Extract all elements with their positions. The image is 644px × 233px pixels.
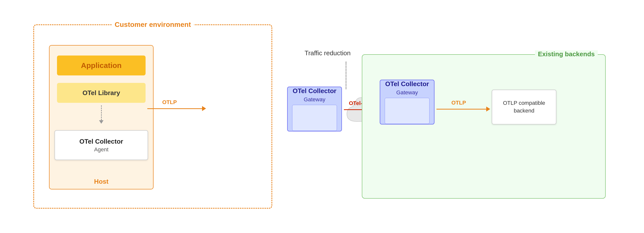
diagram-container: Customer environment Host Application OT…: [24, 14, 620, 218]
application-label: Application: [81, 61, 122, 70]
gateway-2-subtitle: Gateway: [396, 89, 418, 96]
otel-collector-agent-box: OTel Collector Agent: [54, 130, 148, 160]
otlp-label-1: OTLP: [162, 99, 177, 106]
gateway-2-title: OTel Collector: [385, 80, 429, 88]
customer-environment-box: Customer environment Host Application OT…: [33, 24, 272, 208]
backend-label: OTLP compatible backend: [503, 99, 545, 115]
gateway-box-2: OTel Collector Gateway: [380, 80, 434, 124]
dashed-line: [101, 105, 102, 120]
traffic-reduction-dotted-line: [346, 62, 346, 89]
arrow-head-down: [99, 120, 104, 124]
backend-box: OTLP compatible backend: [492, 90, 556, 124]
existing-backends-box: Existing backends OTel Collector Gateway…: [362, 54, 606, 199]
dashed-down-arrow: [99, 105, 104, 124]
traffic-reduction-label: Traffic reduction: [304, 49, 350, 57]
gateway-1-subtitle: Gateway: [304, 96, 326, 103]
host-box: Host Application OTel Library OTel Colle…: [49, 45, 154, 190]
gateway-1-inner: [292, 105, 337, 131]
otlp-arrow-1: OTLP: [147, 106, 206, 111]
gateway-2-inner: [385, 98, 430, 124]
otlp-line-2: [436, 109, 486, 110]
otel-library-box: OTel Library: [57, 83, 146, 103]
otlp-arrow-2: OTLP: [436, 106, 490, 112]
agent-subtitle: Agent: [94, 146, 108, 153]
existing-backends-label: Existing backends: [535, 50, 598, 58]
otel-library-label: OTel Library: [82, 89, 120, 97]
otlp-arrowhead-1: [202, 106, 206, 111]
customer-environment-label: Customer environment: [112, 21, 194, 29]
host-label: Host: [94, 178, 108, 186]
otlp-arrowhead-2: [486, 106, 490, 112]
gateway-box-1: OTel Collector Gateway: [287, 87, 342, 132]
otlp-label-2: OTLP: [452, 100, 466, 106]
gateway-1-title: OTel Collector: [293, 87, 336, 95]
application-box: Application: [57, 56, 146, 76]
otlp-line-1: [147, 108, 202, 109]
agent-title: OTel Collector: [80, 138, 123, 146]
